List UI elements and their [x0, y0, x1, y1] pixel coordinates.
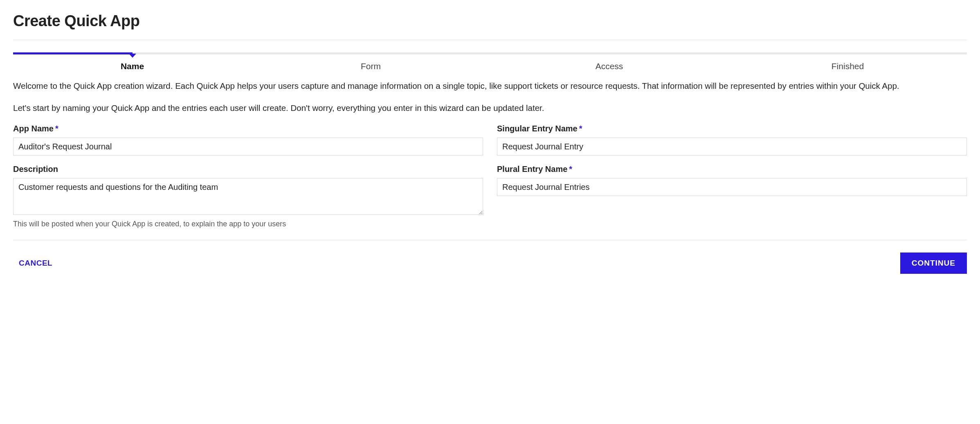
field-plural-entry-name: Plural Entry Name*: [497, 165, 967, 196]
required-star-icon: *: [569, 165, 572, 174]
intro-text: Welcome to the Quick App creation wizard…: [13, 80, 967, 113]
footer-actions: CANCEL CONTINUE: [13, 240, 967, 274]
continue-button[interactable]: CONTINUE: [900, 253, 967, 274]
intro-paragraph-1: Welcome to the Quick App creation wizard…: [13, 80, 967, 92]
plural-entry-name-input[interactable]: [497, 178, 967, 196]
plural-entry-name-label: Plural Entry Name*: [497, 165, 967, 174]
wizard-step-form[interactable]: Form: [252, 52, 490, 71]
description-textarea[interactable]: [13, 178, 483, 215]
required-star-icon: *: [55, 124, 58, 133]
description-helper-text: This will be posted when your Quick App …: [13, 220, 483, 228]
wizard-step-access[interactable]: Access: [490, 52, 728, 71]
description-label-text: Description: [13, 165, 58, 174]
singular-entry-name-label-text: Singular Entry Name: [497, 124, 578, 133]
field-singular-entry-name: Singular Entry Name*: [497, 124, 967, 156]
description-label: Description: [13, 165, 483, 174]
divider-top: [13, 40, 967, 40]
wizard-track: [13, 52, 967, 54]
app-name-label-text: App Name: [13, 124, 54, 133]
field-app-name: App Name*: [13, 124, 483, 156]
wizard-progress: [13, 52, 133, 54]
required-star-icon: *: [579, 124, 582, 133]
app-name-label: App Name*: [13, 124, 483, 133]
page-title: Create Quick App: [13, 12, 967, 30]
app-name-input[interactable]: [13, 138, 483, 156]
intro-paragraph-2: Let's start by naming your Quick App and…: [13, 102, 967, 114]
singular-entry-name-label: Singular Entry Name*: [497, 124, 967, 133]
plural-entry-name-label-text: Plural Entry Name: [497, 165, 567, 174]
wizard-steps: Name Form Access Finished: [13, 52, 967, 71]
singular-entry-name-input[interactable]: [497, 138, 967, 156]
wizard-pointer-caret-icon: [129, 54, 136, 58]
form-grid: App Name* Singular Entry Name* Descripti…: [13, 124, 967, 228]
cancel-button[interactable]: CANCEL: [13, 255, 58, 271]
field-description: Description This will be posted when you…: [13, 165, 483, 228]
wizard-step-finished[interactable]: Finished: [728, 52, 967, 71]
